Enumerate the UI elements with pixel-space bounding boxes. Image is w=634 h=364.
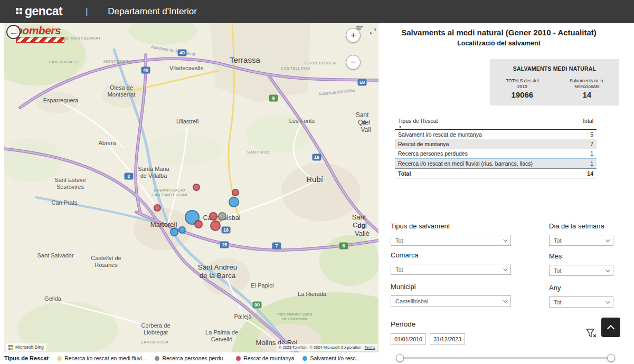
road-shield: 9 — [269, 95, 278, 102]
clear-filters-icon[interactable] — [585, 327, 598, 340]
scroll-to-top-button[interactable] — [601, 318, 620, 337]
map-marker-gray[interactable] — [218, 212, 226, 221]
table-total-value: 14 — [587, 170, 593, 177]
map-marker-red[interactable] — [232, 189, 239, 196]
table-row-label[interactable]: Recerca persones perdudes — [398, 150, 468, 157]
period-label: Període — [391, 320, 465, 328]
chevron-up-icon — [607, 325, 614, 332]
map-marker-red[interactable] — [194, 220, 203, 228]
period-slider-handle-start[interactable] — [396, 354, 404, 362]
chevron-down-icon — [605, 267, 610, 272]
table-row[interactable]: Recerca persones perdudes 1 — [395, 149, 597, 158]
map-place-label: TORREBÓNICA — [304, 61, 336, 66]
slicer-dropdown[interactable]: Castellbisbal — [391, 295, 511, 306]
legend-dot-yellow — [57, 356, 62, 361]
map-place-label: CAN VINYALS — [49, 60, 78, 65]
map-place-label: Ullastrell — [176, 118, 198, 125]
map-place-label: Olesa de Montserrat — [108, 84, 136, 98]
bombers-logo-checkers — [16, 37, 64, 43]
chevron-down-icon — [503, 237, 507, 242]
slicer-comarca: Comarca Tot — [391, 251, 511, 275]
bombers-logo-text: bombers — [16, 25, 64, 36]
period-end-input[interactable]: 31/12/2023 — [430, 333, 465, 344]
road-shield: 40 — [141, 67, 150, 74]
slicer-dropdown[interactable]: Tot — [549, 235, 613, 246]
legend-item-persones[interactable]: Recerca persones perdu... — [155, 355, 228, 361]
slicer-dropdown[interactable]: Tot — [549, 296, 613, 308]
road-shield: 2 — [125, 173, 134, 180]
back-button[interactable]: ← — [6, 25, 21, 39]
bing-attribution: Microsoft Bing — [6, 343, 46, 351]
slicer-dropdown[interactable]: Tot — [549, 265, 613, 276]
table-row-label[interactable]: Recerca i/o rescat en medi fluvial (rius… — [398, 160, 533, 167]
slicer-dropdown[interactable]: Tot — [391, 264, 511, 275]
gencat-logo-text: gencat — [25, 5, 62, 18]
legend-item-label: Salvament i/o resc... — [310, 355, 360, 361]
chevron-down-icon — [503, 266, 507, 271]
gencat-logo[interactable]: gencat — [16, 5, 62, 18]
table-total-label: Total — [398, 170, 411, 177]
bombers-logo: bombers — [16, 25, 64, 43]
map-place-label: del Vall — [359, 119, 372, 134]
road-shield: 6 — [339, 243, 348, 250]
legend-item-muntanya[interactable]: Rescat de muntanya — [236, 355, 294, 361]
map-marker-red[interactable] — [154, 204, 161, 212]
slicer-mes: Mes Tot — [549, 252, 613, 276]
map-place-label: Autopista del Vallès — [318, 88, 355, 97]
table-row[interactable]: Rescat de muntanya 7 — [395, 139, 597, 149]
slicer-value: Castellbisbal — [395, 298, 428, 304]
legend-item-fluvial[interactable]: Recerca i/o rescat en medi fluvi... — [57, 355, 146, 361]
road-shield: 15 — [220, 242, 229, 248]
table-header-type[interactable]: Tipus de Rescat — [398, 118, 438, 124]
map-copyright: © 2023 TomTom, © 2024 Microsoft Corporat… — [277, 344, 377, 351]
table-header-total[interactable]: Total — [582, 118, 593, 124]
period-slicer: Període 01/01/2010 31/12/2023 — [391, 320, 465, 344]
map-place-label: Rubí — [306, 175, 323, 184]
map-place-label: Santa Maria de Villalba — [138, 166, 169, 179]
map-place-label: Esparreguera — [43, 97, 79, 104]
topbar-separator: | — [86, 7, 88, 16]
table-row-selected[interactable]: Recerca i/o rescat en medi fluvial (rius… — [395, 158, 597, 168]
department-title: Departament d'Interior — [108, 6, 197, 17]
zoom-in-button[interactable]: + — [346, 28, 361, 43]
period-slider-track[interactable] — [400, 357, 612, 359]
sort-descending-icon[interactable]: ▼ — [399, 126, 402, 129]
slicer-tipus-salvament: Tipus de salvament Tot — [391, 222, 511, 246]
map[interactable]: LA PUDA DE MONTSERRATMONTSERRATCAN VINYA… — [4, 23, 378, 352]
map-legend: Tipus de Rescat Recerca i/o rescat en me… — [0, 352, 378, 364]
table-header[interactable]: Tipus de Rescat Total ▼ — [395, 116, 597, 130]
map-marker-blue[interactable] — [170, 228, 178, 236]
map-marker-red[interactable] — [193, 184, 200, 191]
slicer-dropdown[interactable]: Tot — [391, 235, 511, 246]
map-place-label: Parc Natural Serra de Collserola — [277, 312, 312, 321]
road-shield: 18 — [222, 227, 231, 234]
zoom-out-button[interactable]: − — [346, 55, 361, 70]
legend-title: Tipus de Rescat — [4, 355, 49, 361]
period-slider-handle-end[interactable] — [607, 354, 615, 362]
table-row-value: 5 — [590, 131, 593, 138]
table-total-row: Total 14 — [395, 168, 597, 178]
legend-item-label: Rescat de muntanya — [243, 355, 294, 361]
slicer-label: Dia de la setmana — [549, 222, 613, 230]
slicer-label: Comarca — [391, 251, 511, 259]
report-panel: Salvaments al medi natural (Gener 2010 -… — [378, 23, 634, 364]
table-row-label[interactable]: Salvament i/o rescat de muntanya — [398, 131, 482, 138]
slicer-any: Any Tot — [549, 284, 613, 308]
map-place-label: El Papiol — [251, 282, 273, 289]
table-row-value: 7 — [590, 141, 593, 147]
map-marker-red[interactable] — [209, 212, 217, 221]
map-place-label: del Vallè — [354, 222, 371, 238]
map-expand-icon[interactable] — [370, 27, 376, 37]
legend-item-salvament[interactable]: Salvament i/o resc... — [302, 355, 360, 361]
slicer-value: Tot — [554, 237, 562, 244]
period-start-input[interactable]: 01/01/2010 — [391, 333, 426, 344]
copyright-text: © 2023 TomTom, © 2024 Microsoft Corporat… — [279, 345, 362, 350]
summary-total-label: TOTALS des del 2010 — [490, 78, 555, 89]
table-row-value: 1 — [590, 150, 593, 157]
map-marker-blue[interactable] — [178, 226, 186, 234]
terms-link[interactable]: Terms — [365, 345, 375, 350]
table-row-label[interactable]: Rescat de muntanya — [398, 141, 449, 147]
map-marker-red[interactable] — [210, 221, 221, 231]
table-row[interactable]: Salvament i/o rescat de muntanya 5 — [395, 130, 597, 139]
map-marker-blue[interactable] — [229, 197, 239, 207]
